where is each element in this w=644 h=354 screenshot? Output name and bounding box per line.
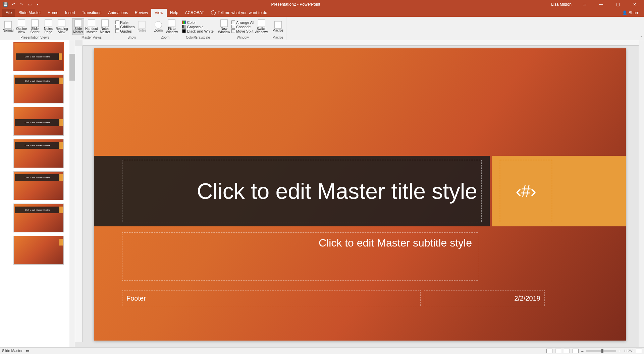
- group-label: Presentation Views: [2, 36, 68, 39]
- thumb-title: Click to edit Master title style: [16, 53, 59, 60]
- maximize-button[interactable]: ▢: [612, 0, 624, 8]
- switch-windows-button[interactable]: Switch Windows: [256, 19, 268, 34]
- vertical-ruler: [75, 46, 83, 342]
- master-title-bar: Click to edit Master title style: [94, 156, 490, 226]
- slide-master-button[interactable]: Slide Master: [72, 18, 84, 35]
- zoom-slider[interactable]: [586, 350, 616, 352]
- notes-button: Notes: [136, 21, 148, 32]
- cascade-button[interactable]: Cascade: [231, 25, 254, 29]
- share-button[interactable]: 👤 Share: [622, 9, 639, 17]
- slideshow-view-icon[interactable]: [573, 349, 579, 353]
- handout-master-button[interactable]: Handout Master: [86, 19, 98, 34]
- reading-view-icon[interactable]: [564, 349, 570, 353]
- group-show: Ruler Gridlines Guides Notes Show: [113, 17, 150, 40]
- notes-master-button[interactable]: Notes Master: [99, 19, 111, 34]
- group-presentation-views: Normal Outline View Slide Sorter Notes P…: [0, 17, 70, 40]
- undo-icon[interactable]: ↶: [11, 2, 16, 7]
- start-slideshow-icon[interactable]: ▭: [27, 2, 32, 7]
- sorter-view-icon[interactable]: [555, 349, 561, 353]
- tab-insert[interactable]: Insert: [62, 9, 78, 17]
- new-window-button[interactable]: New Window: [218, 19, 230, 34]
- status-bar: Slide Master ▭ – + 117%: [0, 347, 644, 354]
- master-title-placeholder[interactable]: Click to edit Master title style: [122, 160, 482, 222]
- gridlines-checkbox[interactable]: Gridlines: [115, 25, 135, 29]
- normal-view-icon[interactable]: [546, 349, 552, 353]
- slide-thumbnail-2[interactable]: Click to edit Master title style: [13, 75, 64, 103]
- thumbnail-pane[interactable]: Click to edit Master title style Click t…: [0, 40, 75, 347]
- ribbon-tabs: File Slide Master Home Insert Transition…: [0, 9, 644, 17]
- collapse-ribbon-icon[interactable]: ˄: [640, 36, 642, 39]
- horizontal-ruler: [83, 40, 639, 46]
- zoom-level[interactable]: 117%: [624, 349, 633, 353]
- tab-view[interactable]: View: [151, 9, 167, 17]
- group-color-grayscale: Color Grayscale Black and White Color/Gr…: [180, 17, 216, 40]
- slide-thumbnail-7[interactable]: [13, 236, 64, 265]
- tab-home[interactable]: Home: [44, 9, 62, 17]
- status-icon: ▭: [26, 349, 29, 353]
- group-label: Window: [218, 36, 268, 39]
- fit-to-window-icon[interactable]: [636, 349, 642, 353]
- fit-window-button[interactable]: Fit to Window: [166, 19, 178, 34]
- tab-help[interactable]: Help: [167, 9, 182, 17]
- slide-thumbnail-1[interactable]: Click to edit Master title style: [13, 42, 64, 71]
- tab-review[interactable]: Review: [131, 9, 151, 17]
- slide-thumbnail-6[interactable]: Click to edit Master title style: [13, 204, 64, 232]
- footer-placeholder[interactable]: Footer: [122, 290, 421, 306]
- group-window: New Window Arrange All Cascade Move Spli…: [216, 17, 270, 40]
- group-label: Master Views: [72, 36, 111, 39]
- slide-number-box: ‹#›: [492, 156, 626, 226]
- grayscale-button[interactable]: Grayscale: [182, 25, 213, 29]
- tab-slide-master[interactable]: Slide Master: [15, 9, 44, 17]
- account-user[interactable]: Lisa Mildon: [551, 2, 572, 7]
- color-button[interactable]: Color: [182, 20, 213, 25]
- thumb-pagenum-badge: [59, 53, 62, 60]
- reading-view-button[interactable]: Reading View: [56, 19, 68, 34]
- close-button[interactable]: ✕: [629, 0, 641, 8]
- tell-me-label: Tell me what you want to do: [218, 10, 267, 15]
- notes-page-button[interactable]: Notes Page: [42, 19, 54, 34]
- group-master-views: Slide Master Handout Master Notes Master…: [70, 17, 113, 40]
- master-subtitle-placeholder[interactable]: Click to edit Master subtitle style: [122, 232, 478, 281]
- slide-edit-area: Click to edit Master title style ‹#› Cli…: [75, 40, 644, 347]
- zoom-out-button[interactable]: –: [581, 349, 583, 353]
- group-macros: Macros Macros: [270, 17, 286, 40]
- zoom-button[interactable]: Zoom: [152, 21, 164, 32]
- date-placeholder[interactable]: 2/2/2019: [424, 290, 545, 306]
- tell-me-search[interactable]: Tell me what you want to do: [211, 9, 267, 17]
- qat-customize-icon[interactable]: ▾: [35, 2, 40, 7]
- guides-checkbox[interactable]: Guides: [115, 29, 135, 33]
- ribbon-options-icon[interactable]: ▭: [578, 0, 590, 8]
- ribbon: Normal Outline View Slide Sorter Notes P…: [0, 17, 644, 40]
- lightbulb-icon: [211, 10, 216, 15]
- tab-acrobat[interactable]: ACROBAT: [182, 9, 208, 17]
- thumbnail-scrollbar[interactable]: [69, 40, 75, 347]
- tab-transitions[interactable]: Transitions: [78, 9, 105, 17]
- normal-view-button[interactable]: Normal: [2, 21, 14, 32]
- black-white-button[interactable]: Black and White: [182, 29, 213, 33]
- tab-animations[interactable]: Animations: [105, 9, 131, 17]
- slide-thumbnail-3[interactable]: Click to edit Master title style: [13, 107, 64, 136]
- slide-sorter-button[interactable]: Slide Sorter: [29, 19, 41, 34]
- arrange-all-button[interactable]: Arrange All: [231, 20, 254, 25]
- group-label: Zoom: [152, 36, 178, 39]
- group-zoom: Zoom Fit to Window Zoom: [150, 17, 180, 40]
- status-view-label: Slide Master: [2, 349, 22, 353]
- slide-thumbnail-5[interactable]: Click to edit Master title style: [13, 171, 64, 200]
- main-area: Click to edit Master title style Click t…: [0, 40, 644, 347]
- outline-view-button[interactable]: Outline View: [15, 19, 28, 34]
- minimize-button[interactable]: —: [595, 0, 607, 8]
- slide-canvas[interactable]: Click to edit Master title style ‹#› Cli…: [94, 48, 626, 341]
- macros-button[interactable]: Macros: [272, 21, 284, 32]
- slide-thumbnail-4[interactable]: Click to edit Master title style: [13, 139, 64, 168]
- group-label: Macros: [272, 36, 284, 39]
- quick-access-toolbar: 💾 ↶ ↷ ▭ ▾: [3, 2, 40, 7]
- tab-file[interactable]: File: [2, 9, 15, 17]
- move-split-button[interactable]: Move Split: [231, 29, 254, 33]
- save-icon[interactable]: 💾: [3, 2, 8, 7]
- zoom-in-button[interactable]: +: [619, 349, 621, 353]
- redo-icon[interactable]: ↷: [19, 2, 24, 7]
- slide-scrollbar[interactable]: [639, 40, 644, 347]
- slide-number-placeholder[interactable]: ‹#›: [500, 160, 552, 222]
- group-label: Color/Grayscale: [182, 36, 213, 39]
- ruler-checkbox[interactable]: Ruler: [115, 20, 135, 25]
